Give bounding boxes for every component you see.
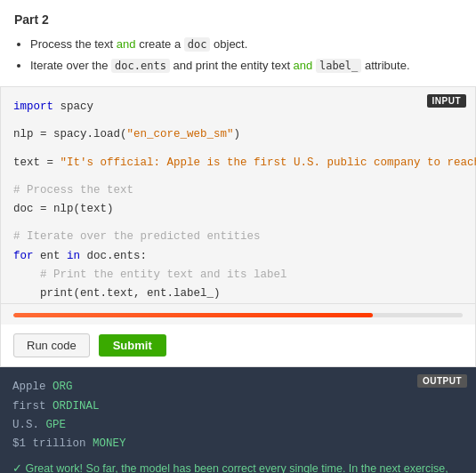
code-line-5: text = "It's official: Apple is the firs… xyxy=(13,154,463,172)
instruction-item-2: Iterate over the doc.ents and print the … xyxy=(30,57,462,75)
code-line-12: # Print the entity text and its label xyxy=(13,266,463,285)
top-section: Part 2 Process the text and create a doc… xyxy=(0,0,476,86)
code-blank-3 xyxy=(13,172,463,181)
code-line-3: nlp = spacy.load("en_core_web_sm") xyxy=(13,125,463,144)
code-line-8: doc = nlp(text) xyxy=(13,200,463,219)
output-success-message: ✓ Great work! So far, the model has been… xyxy=(12,461,464,473)
part-title: Part 2 xyxy=(14,12,462,27)
code-line-10: # Iterate over the predicted entities xyxy=(13,228,463,246)
output-entity-4: $1 trillion MONEY xyxy=(12,435,464,453)
success-text: Great work! So far, the model has been c… xyxy=(12,462,448,473)
code-line-13: print(ent.text, ent.label_) xyxy=(13,285,463,303)
output-badge: OUTPUT xyxy=(417,374,467,388)
output-entity-2: first ORDINAL xyxy=(12,397,464,416)
code-block: import spacy nlp = spacy.load("en_core_w… xyxy=(13,98,463,303)
submit-button[interactable]: Submit xyxy=(99,334,166,357)
instructions-list: Process the text and create a doc object… xyxy=(14,36,462,74)
code-line-1: import spacy xyxy=(13,98,463,116)
code-blank-4 xyxy=(13,219,463,228)
run-code-button[interactable]: Run code xyxy=(13,333,90,357)
i1a: Process the text xyxy=(30,37,117,51)
progress-bar-track xyxy=(13,313,463,317)
output-section: OUTPUT Apple ORG first ORDINAL U.S. GPE … xyxy=(0,367,476,473)
output-entity-3: U.S. GPE xyxy=(12,416,464,435)
checkmark-icon: ✓ xyxy=(12,462,22,473)
code-blank-1 xyxy=(13,116,463,125)
output-entity-1: Apple ORG xyxy=(12,378,464,397)
button-row: Run code Submit xyxy=(0,325,476,367)
code-line-11: for ent in doc.ents: xyxy=(13,247,463,266)
code-blank-2 xyxy=(13,145,463,154)
code-line-7: # Process the text xyxy=(13,181,463,200)
page-wrapper: Part 2 Process the text and create a doc… xyxy=(0,0,476,473)
code-editor[interactable]: INPUT import spacy nlp = spacy.load("en_… xyxy=(0,86,476,304)
instruction-item-1: Process the text and create a doc object… xyxy=(30,36,462,53)
progress-bar-container xyxy=(0,304,476,325)
progress-bar-fill xyxy=(13,313,373,317)
input-badge: INPUT xyxy=(427,94,467,108)
